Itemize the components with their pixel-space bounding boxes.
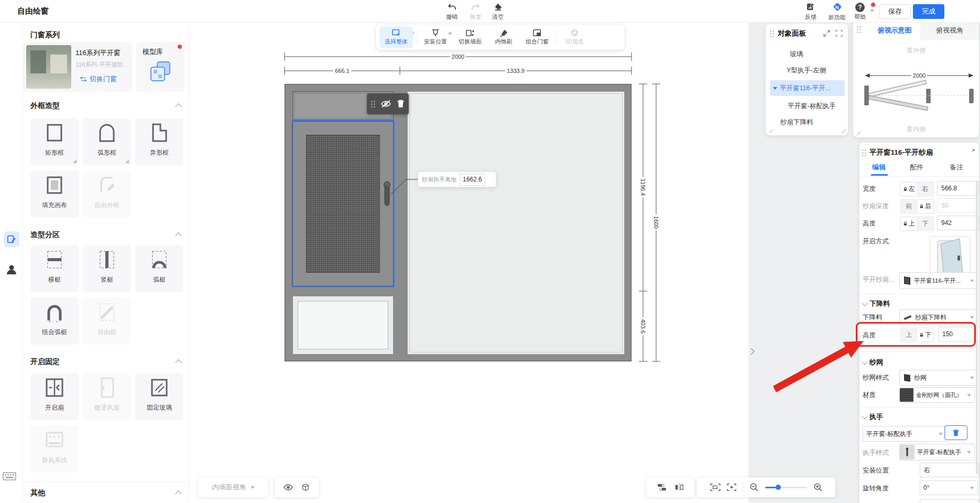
depth-lock-toggle[interactable]: 前 后 [900,199,934,214]
library-item-arc-frame[interactable]: 弧形框 [83,118,131,165]
property-panel-expand-icon[interactable] [968,149,975,155]
select-whole-button[interactable]: 选择整体 [379,26,413,48]
drop-dropdown[interactable]: 纱扇下降料 [899,309,978,325]
view-mode-pill[interactable]: 内墙面视角 [198,477,268,497]
focus-center-icon[interactable] [727,483,736,491]
keyboard-icon[interactable] [3,471,16,481]
zoom-slider-knob[interactable] [776,485,781,490]
collapse-icon-opening[interactable] [175,359,182,366]
tab-top-view-angle[interactable]: 俯视视角 [920,21,979,40]
library-item-irregular-frame[interactable]: 异形框 [135,118,183,165]
drop-section-header[interactable]: 下降料 [863,299,890,308]
zoom-out-icon[interactable] [749,483,759,492]
handle-selector-dropdown[interactable]: 平开窗-标配执手 [863,426,946,442]
switch-window-link[interactable]: 切换门窗 [80,74,117,84]
height-lock-toggle[interactable]: 上 下 [900,216,934,231]
layers-toggle-icon[interactable] [657,483,667,492]
library-item-h-mullion[interactable]: 横梃 [30,245,79,292]
library-item-fill-canvas[interactable]: 填充画布 [30,170,79,218]
hide-icon[interactable] [380,99,391,109]
resize-grip[interactable] [855,130,861,135]
new-features-button[interactable]: N 新功能 [824,1,850,22]
drop-height-lock-toggle[interactable]: 上 下 [900,327,934,343]
width-input[interactable]: 566.8 [937,181,979,196]
feedback-button[interactable]: 反馈 [799,1,822,22]
object-panel-expand-icon[interactable] [823,30,830,37]
mesh-style-dropdown[interactable]: 纱网 [899,370,978,386]
user-icon[interactable] [6,264,17,275]
series-card[interactable]: 116系列平开窗 116系列-平开玻纱... 切换门窗 [23,42,132,92]
handle-section-header[interactable]: 执手 [863,412,883,422]
help-caret-icon[interactable] [870,9,874,12]
tree-expand-caret-icon[interactable] [773,87,777,90]
library-item-free-frame[interactable]: 自由外框 [83,170,131,218]
handle-rotation-dropdown[interactable]: 0° [920,480,978,495]
sash-dropdown[interactable]: 平开窗116-平开... [899,272,978,289]
object-panel-select-icon[interactable] [835,30,843,37]
drop-height-input[interactable]: 150 [938,327,980,341]
collapse-icon-frame-shape[interactable] [175,103,182,110]
width-lock-toggle[interactable]: 左 右 [900,181,934,197]
screen-sash-selected[interactable] [292,121,394,286]
switch-wall-button[interactable]: 切换墙面 [453,26,487,48]
clear-button[interactable]: 清空 [486,1,509,22]
object-item-std-handle[interactable]: 平开窗-标配执手 [788,98,836,114]
tab-edit[interactable]: 编辑 [872,163,886,172]
combine-window-button[interactable]: 组合门窗 [520,26,554,48]
cube-3d-icon[interactable] [301,483,310,492]
library-item-fixed-glass[interactable]: 固定玻璃 [135,373,183,420]
interior-brush-button[interactable]: 内饰刷 [487,26,520,48]
handle-style-dropdown[interactable]: 平开窗-标配执手 [899,444,975,461]
property-panel-scrollbar[interactable] [976,180,978,474]
delete-icon[interactable] [397,99,405,109]
object-item-drop-profile[interactable]: 纱扇下降料 [780,114,813,131]
zoom-slider[interactable] [765,487,807,488]
mesh-material-dropdown[interactable]: 金刚纱网（圆孔） [899,387,975,403]
draw-window-tool-icon[interactable] [4,231,19,247]
window-glass-pane[interactable] [407,91,625,355]
resize-grip[interactable] [841,128,846,133]
model-library-card[interactable]: 模型库 [136,42,184,92]
handle-position-input[interactable]: 右 [920,463,979,477]
mirror-icon[interactable] [674,483,684,492]
screen-mesh[interactable] [306,135,380,273]
library-item-rect-frame[interactable]: 矩形框 [30,118,79,165]
library-item-opening-sash[interactable]: 开启扇 [30,373,79,420]
window-bottom-panel[interactable] [292,296,394,355]
depth-input[interactable]: 30 [937,198,979,213]
drag-handle-icon[interactable] [371,101,375,108]
height-input[interactable]: 942 [937,216,979,230]
visibility-icon[interactable] [283,483,293,491]
tab-parts[interactable]: 配件 [910,163,923,172]
install-position-button[interactable]: 安装位置 [419,26,452,48]
camera-frame-icon[interactable] [710,483,721,491]
handle-delete-button[interactable] [944,425,967,440]
object-item-y-handle[interactable]: Y型执手-左侧 [787,62,826,79]
object-panel-drag-icon[interactable] [770,30,774,37]
redo-button[interactable]: 恢复 [464,1,487,22]
resize-grip[interactable] [768,128,773,133]
panel-collapse-chevron[interactable] [749,346,756,357]
object-item-casement-selected[interactable]: 平开窗116-平开... [770,80,845,96]
tab-top-schematic[interactable]: 俯视示意图 [869,21,920,40]
sash-handle[interactable] [382,180,393,208]
help-button[interactable]: ? 帮助 [850,1,870,22]
window-outer-frame[interactable] [285,84,631,361]
undo-button[interactable]: 撤销 [440,1,463,22]
property-panel-drag-icon[interactable] [862,149,866,156]
tab-notes[interactable]: 备注 [950,163,963,172]
next-row-input-clipped[interactable] [920,499,979,503]
zoom-in-icon[interactable] [813,483,823,492]
top-view-drag-icon[interactable] [857,26,861,33]
library-item-fresh-air[interactable]: 新风系统 [30,425,79,473]
object-item-glass[interactable]: 玻璃 [790,46,803,62]
preview-3d-button[interactable]: 3D预览 [558,26,591,48]
library-item-free-mullion[interactable]: 自由梃 [83,297,131,345]
library-item-micro-vent-sash[interactable]: 微通风扇 [83,373,131,420]
library-item-arc-mullion[interactable]: 弧梃 [135,245,183,292]
collapse-icon-partition[interactable] [175,232,182,239]
library-item-combo-arc-mullion[interactable]: 组合弧梃 [30,297,79,345]
library-item-v-mullion[interactable]: 竖梃 [83,245,131,292]
collapse-icon-other[interactable] [175,490,182,497]
tooltip-value-input[interactable]: 1662.6 [460,174,485,186]
